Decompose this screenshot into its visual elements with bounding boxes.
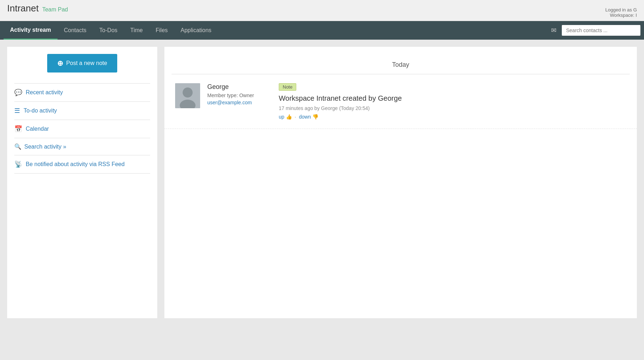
nav-todos[interactable]: To-Dos	[93, 21, 124, 40]
rss-section: 📡 Be notified about activity via RSS Fee…	[14, 155, 150, 173]
calendar-link[interactable]: 📅 Calendar	[14, 120, 150, 138]
user-name: George	[207, 83, 272, 91]
mail-icon[interactable]: ✉	[549, 25, 558, 36]
svg-point-1	[183, 88, 193, 98]
thumbs-down-icon: 👎	[312, 114, 318, 120]
recent-activity-label: Recent activity	[26, 89, 63, 96]
divider-6	[14, 173, 150, 174]
search-activity-label: Search activity »	[24, 144, 66, 150]
app-title: Intranet	[7, 3, 39, 14]
app-subtitle: Team Pad	[42, 6, 68, 13]
activity-timestamp: 17 minutes ago by George (Today 20:54)	[279, 105, 626, 111]
nav-bar: Activity stream Contacts To-Dos Time Fil…	[0, 21, 644, 40]
activity-entry: George Member type: Owner user@example.c…	[164, 74, 637, 129]
note-badge: Note	[279, 83, 296, 91]
avatar	[175, 83, 200, 108]
plus-icon: ⊕	[57, 59, 63, 68]
rss-link[interactable]: Be notified about activity via RSS Feed	[26, 160, 125, 168]
content-area: Today George Member type: Owner user@exa…	[164, 47, 637, 318]
vote-down-link[interactable]: down	[299, 114, 311, 120]
thumbs-up-icon: 👍	[286, 114, 292, 120]
chat-icon: 💬	[14, 89, 22, 96]
recent-activity-link[interactable]: 💬 Recent activity	[14, 84, 150, 101]
search-contacts-input[interactable]	[562, 25, 640, 36]
search-activity-link[interactable]: 🔍 Search activity »	[14, 138, 150, 155]
top-bar: Intranet Team Pad Logged in as G Workspa…	[0, 0, 644, 21]
todo-activity-link[interactable]: ☰ To-do activity	[14, 102, 150, 120]
logged-in-info: Logged in as G Workspace: I	[605, 7, 637, 18]
user-info: George Member type: Owner user@example.c…	[207, 83, 272, 120]
user-member-type: Member type: Owner	[207, 92, 272, 98]
activity-detail: Note Workspace Intranet created by Georg…	[279, 83, 626, 120]
search-icon: 🔍	[14, 143, 21, 150]
dot-separator: ·	[295, 114, 296, 120]
activity-title: Workspace Intranet created by George	[279, 94, 626, 102]
post-note-label: Post a new note	[66, 60, 107, 66]
rss-icon: 📡	[14, 160, 22, 168]
nav-time[interactable]: Time	[124, 21, 149, 40]
nav-files[interactable]: Files	[149, 21, 174, 40]
list-icon: ☰	[14, 107, 20, 115]
calendar-label: Calendar	[26, 126, 49, 132]
main-layout: ⊕ Post a new note 💬 Recent activity ☰ To…	[0, 40, 644, 325]
calendar-icon: 📅	[14, 125, 22, 133]
today-header: Today	[172, 54, 630, 74]
nav-contacts[interactable]: Contacts	[58, 21, 93, 40]
nav-right: ✉	[549, 25, 640, 36]
sidebar: ⊕ Post a new note 💬 Recent activity ☰ To…	[7, 47, 157, 318]
vote-section: up 👍 · down 👎	[279, 114, 626, 120]
vote-up-link[interactable]: up	[279, 114, 284, 120]
nav-activity-stream[interactable]: Activity stream	[4, 21, 58, 40]
post-note-button[interactable]: ⊕ Post a new note	[47, 54, 117, 72]
nav-applications[interactable]: Applications	[174, 21, 218, 40]
user-email[interactable]: user@example.com	[207, 100, 272, 105]
todo-activity-label: To-do activity	[24, 108, 57, 114]
